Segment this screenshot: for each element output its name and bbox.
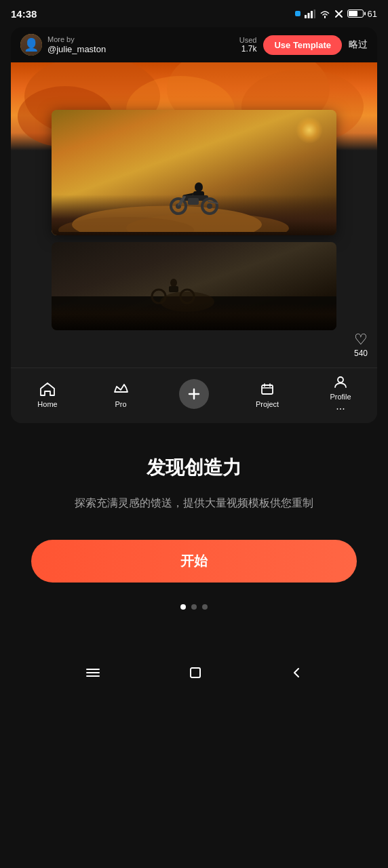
nav-item-pro[interactable]: Pro [100, 382, 141, 408]
svg-rect-3 [313, 9, 315, 18]
onboarding-description: 探索充满灵感的馈送，提供大量视频模板供您重制 [75, 494, 313, 512]
svg-rect-1 [307, 13, 309, 18]
pro-icon [113, 382, 128, 398]
home-icon [40, 382, 55, 398]
svg-rect-34 [262, 385, 273, 394]
dot-3 [202, 604, 208, 610]
nav-item-profile[interactable]: Profile ··· [320, 375, 361, 415]
photo-card-2 [52, 242, 336, 330]
svg-rect-39 [191, 668, 200, 677]
like-count: 540 [354, 349, 368, 358]
topbar-left: More by @julie_maston [20, 34, 106, 56]
like-area: ♡ 540 [354, 332, 368, 358]
used-badge: Used 1.7k [239, 36, 257, 54]
plus-icon [187, 387, 201, 401]
profile-icon [334, 375, 347, 391]
topbar-right: Used 1.7k Use Template 略过 [239, 35, 368, 55]
nav-profile-label: Profile [330, 393, 351, 401]
more-by-label: More by [47, 35, 106, 44]
x-icon [334, 9, 343, 18]
status-bar: 14:38 61 [0, 0, 388, 24]
dot-1 [180, 604, 186, 610]
nav-home-label: Home [37, 400, 57, 408]
battery-percent: 61 [368, 9, 377, 19]
nav-item-plus[interactable] [174, 379, 214, 412]
skip-button[interactable]: 略过 [349, 39, 368, 51]
system-menu-icon[interactable] [85, 667, 100, 682]
card-topbar: More by @julie_maston Used 1.7k Use Temp… [11, 27, 377, 62]
use-template-button[interactable]: Use Template [263, 35, 342, 55]
notification-icon [295, 11, 300, 16]
svg-point-22 [207, 203, 212, 209]
onboarding-section: 发现创造力 探索充满灵感的馈送，提供大量视频模板供您重制 开始 [0, 423, 388, 658]
start-button[interactable]: 开始 [31, 540, 357, 583]
app-card: More by @julie_maston Used 1.7k Use Temp… [11, 27, 377, 423]
signal-icon [305, 9, 315, 18]
system-home-icon[interactable] [189, 667, 201, 682]
dots-indicator [180, 604, 208, 610]
more-by-info: More by @julie_maston [47, 35, 106, 54]
svg-point-35 [338, 377, 343, 382]
preview-container: ♡ 540 [11, 62, 377, 368]
avatar [20, 34, 42, 56]
heart-icon[interactable]: ♡ [354, 332, 368, 347]
plus-button[interactable] [179, 379, 209, 409]
svg-rect-2 [311, 11, 313, 18]
svg-rect-18 [188, 198, 199, 205]
onboarding-title: 发现创造力 [147, 456, 241, 480]
battery-icon [347, 9, 364, 18]
nav-project-label: Project [256, 400, 279, 408]
bottom-nav: Home Pro [11, 368, 377, 423]
svg-rect-0 [305, 15, 307, 18]
username: @julie_maston [47, 44, 106, 54]
system-nav-bar [0, 658, 388, 693]
wifi-icon [319, 9, 330, 18]
more-dots-icon: ··· [336, 403, 345, 415]
svg-point-27 [170, 279, 177, 287]
motorcycle-svg [163, 179, 225, 216]
photo-card-1 [52, 110, 336, 235]
status-time: 14:38 [11, 8, 37, 20]
status-icons: 61 [295, 9, 377, 19]
project-icon [260, 382, 274, 398]
used-count: 1.7k [241, 44, 257, 54]
nav-pro-label: Pro [115, 400, 126, 408]
used-label: Used [239, 36, 257, 44]
nav-item-home[interactable]: Home [27, 382, 68, 408]
system-back-icon[interactable] [290, 667, 303, 682]
svg-point-14 [195, 182, 203, 192]
nav-item-project[interactable]: Project [247, 382, 288, 408]
dot-2 [191, 604, 197, 610]
svg-rect-28 [169, 286, 178, 292]
